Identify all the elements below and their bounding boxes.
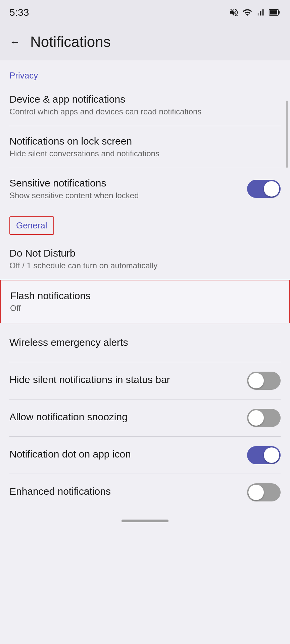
content: Privacy Device & app notifications Contr… — [0, 60, 290, 511]
device-app-notifications-title: Device & app notifications — [9, 94, 274, 105]
general-section-header-highlighted: General — [9, 216, 54, 235]
flash-notifications-item[interactable]: Flash notifications Off — [0, 280, 290, 323]
wifi-icon — [242, 7, 252, 17]
device-app-notifications-item[interactable]: Device & app notifications Control which… — [0, 84, 290, 126]
bottom-indicator — [122, 520, 168, 522]
general-section-label: General — [16, 220, 47, 230]
enhanced-notifications-title: Enhanced notifications — [9, 486, 240, 497]
do-not-disturb-title: Do Not Disturb — [9, 248, 274, 259]
svg-rect-2 — [270, 10, 277, 15]
bottom-bar — [0, 514, 290, 528]
do-not-disturb-item[interactable]: Do Not Disturb Off / 1 schedule can turn… — [0, 238, 290, 280]
enhanced-notifications-toggle[interactable] — [247, 483, 281, 501]
signal-icon — [256, 7, 265, 17]
notifications-lock-screen-title: Notifications on lock screen — [9, 136, 274, 147]
page-title: Notifications — [30, 34, 111, 50]
sensitive-notifications-title: Sensitive notifications — [9, 177, 240, 189]
toggle-knob — [248, 410, 264, 426]
general-section: General Do Not Disturb Off / 1 schedule … — [0, 210, 290, 511]
wireless-emergency-alerts-title: Wireless emergency alerts — [9, 337, 274, 348]
notification-dot-toggle[interactable] — [247, 446, 281, 464]
sensitive-notifications-subtitle: Show sensitive content when locked — [9, 191, 240, 200]
do-not-disturb-subtitle: Off / 1 schedule can turn on automatical… — [9, 261, 274, 270]
battery-icon — [269, 7, 281, 17]
toggle-knob — [264, 447, 279, 463]
allow-notification-snoozing-title: Allow notification snoozing — [9, 411, 240, 423]
toggle-knob — [248, 485, 264, 500]
hide-silent-notifications-title: Hide silent notifications in status bar — [9, 374, 240, 385]
privacy-section-header: Privacy — [0, 60, 290, 84]
notifications-lock-screen-item[interactable]: Notifications on lock screen Hide silent… — [0, 126, 290, 168]
back-button[interactable]: ← — [9, 36, 20, 48]
svg-rect-1 — [278, 11, 280, 14]
toggle-knob — [264, 181, 279, 197]
app-bar: ← Notifications — [0, 23, 290, 60]
mute-icon — [229, 7, 239, 17]
status-icons — [229, 7, 281, 17]
status-time: 5:33 — [9, 7, 29, 18]
flash-notifications-title: Flash notifications — [10, 290, 273, 302]
allow-notification-snoozing-item[interactable]: Allow notification snoozing — [0, 399, 290, 436]
sensitive-notifications-item[interactable]: Sensitive notifications Show sensitive c… — [0, 168, 290, 210]
scrollbar[interactable] — [286, 101, 288, 168]
wireless-emergency-alerts-item[interactable]: Wireless emergency alerts — [0, 325, 290, 362]
status-bar: 5:33 — [0, 0, 290, 23]
notification-dot-item[interactable]: Notification dot on app icon — [0, 437, 290, 474]
allow-notification-snoozing-toggle[interactable] — [247, 409, 281, 427]
hide-silent-notifications-toggle[interactable] — [247, 372, 281, 390]
toggle-knob — [248, 373, 264, 388]
enhanced-notifications-item[interactable]: Enhanced notifications — [0, 474, 290, 511]
notification-dot-title: Notification dot on app icon — [9, 448, 240, 460]
flash-notifications-subtitle: Off — [10, 304, 273, 313]
notifications-lock-screen-subtitle: Hide silent conversations and notificati… — [9, 149, 274, 158]
sensitive-notifications-toggle[interactable] — [247, 180, 281, 198]
privacy-section: Privacy Device & app notifications Contr… — [0, 60, 290, 210]
hide-silent-notifications-item[interactable]: Hide silent notifications in status bar — [0, 362, 290, 399]
device-app-notifications-subtitle: Control which apps and devices can read … — [9, 107, 274, 116]
